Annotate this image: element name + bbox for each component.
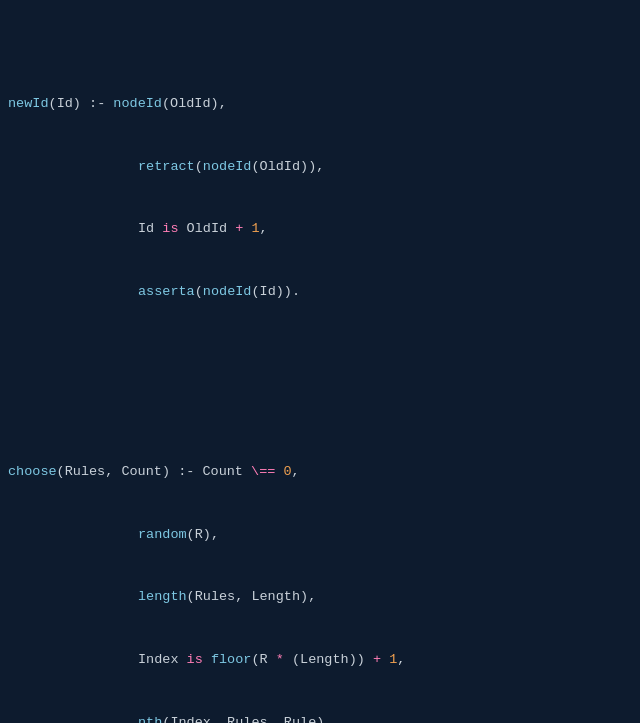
- gap: [0, 366, 640, 378]
- code-token: +: [373, 650, 381, 671]
- code-token: is: [187, 650, 203, 671]
- code-token: OldId: [170, 94, 211, 115]
- code-token: nth: [138, 713, 162, 723]
- code-token: (R),: [187, 525, 219, 546]
- code-token: nodeId: [203, 282, 252, 303]
- code-token: ): [73, 94, 81, 115]
- code-token: Id: [138, 219, 162, 240]
- code-token: choose: [8, 462, 57, 483]
- code-token: (OldId)),: [251, 157, 324, 178]
- line-newId-3: Id is OldId + 1,: [0, 219, 640, 240]
- code-token: 1: [251, 219, 259, 240]
- code-token: [275, 462, 283, 483]
- line-newId-1: newId(Id) :- nodeId(OldId),: [0, 94, 640, 115]
- code-token: (: [195, 157, 203, 178]
- line-newId-4: asserta(nodeId(Id)).: [0, 282, 640, 303]
- code-token: [243, 219, 251, 240]
- code-token: is: [162, 219, 178, 240]
- code-token: ),: [211, 94, 227, 115]
- code-indent: [8, 282, 138, 303]
- code-token: Count: [202, 462, 251, 483]
- code-token: +: [235, 219, 243, 240]
- line-newId-2: retract(nodeId(OldId)),: [0, 157, 640, 178]
- code-token: ) :-: [162, 462, 203, 483]
- code-indent: [8, 525, 138, 546]
- code-indent: [8, 157, 138, 178]
- code-token: OldId: [179, 219, 236, 240]
- code-token: [203, 650, 211, 671]
- code-token: [381, 650, 389, 671]
- code-indent: [8, 650, 138, 671]
- code-token: newId: [8, 94, 49, 115]
- code-token: Count: [121, 462, 162, 483]
- code-token: (R: [251, 650, 275, 671]
- code-token: length: [138, 587, 187, 608]
- code-token: *: [276, 650, 284, 671]
- code-token: (Length)): [284, 650, 373, 671]
- line-choose-4: Index is floor(R * (Length)) + 1,: [0, 650, 640, 671]
- code-token: 1: [389, 650, 397, 671]
- code-indent: [8, 713, 138, 723]
- code-token: nodeId: [113, 94, 162, 115]
- code-token: \==: [251, 462, 275, 483]
- code-token: asserta: [138, 282, 195, 303]
- code-indent: [8, 219, 138, 240]
- code-token: Id: [57, 94, 73, 115]
- code-token: ,: [260, 219, 268, 240]
- line-choose-2: random(R),: [0, 525, 640, 546]
- code-token: random: [138, 525, 187, 546]
- code-token: ,: [397, 650, 405, 671]
- line-choose-5: nth(Index, Rules, Rule),: [0, 713, 640, 723]
- code-token: (Index, Rules, Rule),: [162, 713, 332, 723]
- code-token: (: [49, 94, 57, 115]
- code-token: (Id)).: [251, 282, 300, 303]
- code-token: (Rules,: [57, 462, 122, 483]
- code-indent: [8, 587, 138, 608]
- code-token: ,: [292, 462, 300, 483]
- code-token: floor: [211, 650, 252, 671]
- code-token: Index: [138, 650, 187, 671]
- code-token: nodeId: [203, 157, 252, 178]
- line-choose-1: choose(Rules, Count) :- Count \== 0,: [0, 462, 640, 483]
- code-token: retract: [138, 157, 195, 178]
- code-token: 0: [283, 462, 291, 483]
- code-token: (: [162, 94, 170, 115]
- line-choose-3: length(Rules, Length),: [0, 587, 640, 608]
- code-token: :-: [81, 94, 113, 115]
- code-token: (Rules, Length),: [187, 587, 317, 608]
- code-token: (: [195, 282, 203, 303]
- code-editor: newId(Id) :- nodeId(OldId), retract(node…: [0, 0, 640, 723]
